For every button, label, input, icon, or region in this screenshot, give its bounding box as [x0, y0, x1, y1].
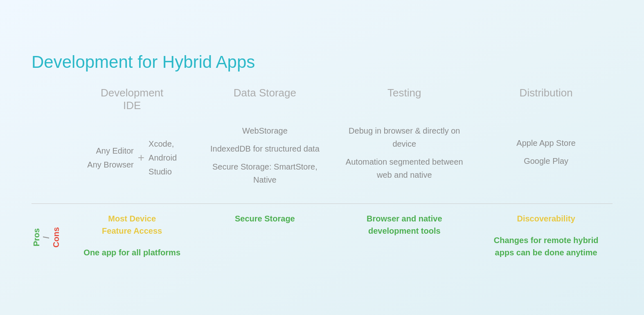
- android-studio-text: Android: [149, 153, 177, 162]
- pros-label: Pros: [32, 228, 41, 246]
- pros-cons-distribution: Discoverability Changes for remote hybri…: [480, 204, 612, 263]
- data-storage-item-3: Secure Storage: SmartStore, Native: [209, 160, 321, 186]
- data-storage-item-2: IndexedDB for structured data: [209, 142, 321, 155]
- testing-green-text: Browser and nativedevelopment tools: [337, 212, 471, 237]
- pros-cons-data-storage: Secure Storage: [200, 204, 329, 263]
- dev-ide-right: Xcode, Android Studio: [149, 137, 177, 179]
- testing-item-2: Automation segmented between web and nat…: [337, 155, 471, 181]
- col-content-dev-ide: Any Editor Any Browser + Xcode, Android …: [63, 120, 201, 204]
- studio-text: Studio: [149, 167, 172, 176]
- xcode-text: Xcode,: [149, 139, 174, 148]
- any-browser-text: Any Browser: [87, 160, 133, 169]
- dev-ide-green-text: One app for all platforms: [72, 246, 193, 259]
- distribution-green-text: Changes for remote hybrid apps can be do…: [488, 234, 604, 259]
- pros-cons-testing: Browser and nativedevelopment tools: [329, 204, 480, 263]
- col-header-data-storage: Data Storage: [200, 87, 329, 120]
- col-content-distribution: Apple App Store Google Play: [480, 120, 612, 204]
- data-storage-item-1: WebStorage: [209, 124, 321, 137]
- any-editor-text: Any Editor: [96, 146, 133, 155]
- dev-ide-yellow-text: Most DeviceFeature Access: [72, 212, 193, 237]
- dev-ide-left: Any Editor Any Browser: [87, 144, 133, 172]
- distribution-item-1: Apple App Store: [488, 136, 604, 150]
- plus-icon: +: [138, 151, 144, 164]
- main-table: DevelopmentIDE Data Storage Testing Dist…: [32, 87, 612, 263]
- cons-label: Cons: [51, 227, 61, 248]
- slide-title: Development for Hybrid Apps: [32, 52, 612, 72]
- col-content-testing: Debug in browser & directly on device Au…: [329, 120, 480, 204]
- data-storage-green-text: Secure Storage: [209, 212, 321, 225]
- testing-item-1: Debug in browser & directly on device: [337, 124, 471, 150]
- col-header-testing: Testing: [329, 87, 480, 120]
- slide-container: Development for Hybrid Apps DevelopmentI…: [11, 36, 633, 279]
- pros-cons-dev-ide: Most DeviceFeature Access One app for al…: [63, 204, 201, 263]
- distribution-item-2: Google Play: [488, 154, 604, 168]
- col-content-data-storage: WebStorage IndexedDB for structured data…: [200, 120, 329, 204]
- col-header-dev-ide: DevelopmentIDE: [63, 87, 201, 120]
- pros-cons-label-cell: Pros/Cons: [32, 204, 63, 263]
- distribution-yellow-text: Discoverability: [488, 212, 604, 225]
- col-header-distribution: Distribution: [480, 87, 612, 120]
